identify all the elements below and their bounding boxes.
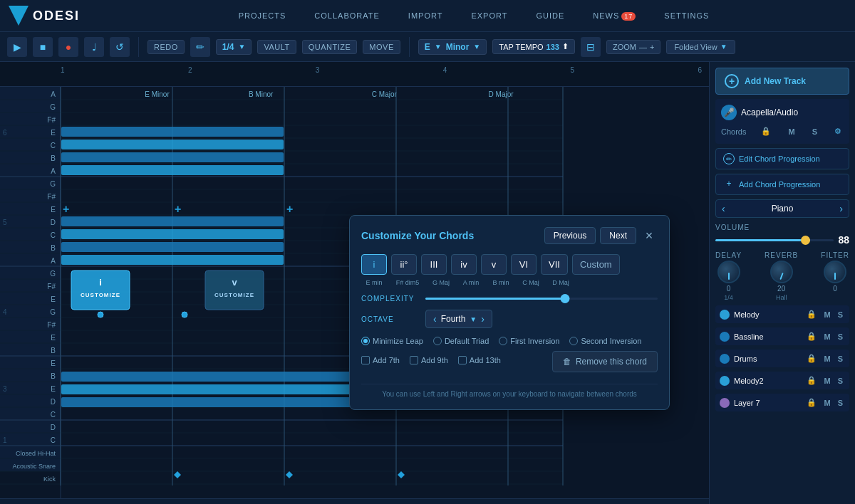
delay-knob[interactable] [717, 261, 740, 283]
reverb-knob[interactable] [770, 261, 793, 283]
audio-track-name: Acapella/Audio [741, 107, 844, 117]
filter-value: 0 [833, 285, 837, 293]
melody2-lock-icon[interactable]: 🔒 [804, 375, 819, 386]
melody2-m-btn[interactable]: M [822, 376, 832, 386]
bassline-track-dot [720, 332, 730, 342]
lock-icon[interactable]: 🔒 [759, 126, 773, 137]
add-new-track-button[interactable]: + Add New Track [715, 68, 849, 95]
melody2-s-btn[interactable]: S [836, 376, 845, 386]
radio-circle-first [499, 337, 507, 345]
instrument-selector[interactable]: ‹ Piano › [715, 199, 849, 218]
checkbox-box-13th [458, 356, 467, 364]
checkbox-add-7th[interactable]: Add 7th [361, 356, 400, 364]
nav-settings[interactable]: SETTINGS [658, 9, 715, 23]
stop-button[interactable]: ■ [33, 37, 53, 57]
previous-button[interactable]: Previous [544, 227, 596, 244]
drums-m-btn[interactable]: M [822, 354, 832, 364]
bassline-m-btn[interactable]: M [822, 332, 832, 342]
layer7-lock-icon[interactable]: 🔒 [804, 397, 819, 408]
svg-point-91 [98, 312, 103, 317]
gear-icon[interactable]: ⚙ [832, 126, 844, 137]
s-button[interactable]: S [810, 127, 819, 137]
top-nav: ODESI PROJECTS COLLABORATE IMPORT EXPORT… [0, 0, 855, 32]
tracks-canvas: 6 A G F# E C B A 6 [0, 87, 709, 498]
chord-btn-vi[interactable]: VI [511, 254, 537, 275]
next-button[interactable]: Next [600, 227, 636, 244]
octave-dropdown-arrow[interactable]: ▼ [470, 315, 477, 323]
svg-text:+: + [175, 203, 181, 215]
zoom-control[interactable]: ZOOM — + [606, 40, 660, 54]
note-value-selector[interactable]: 1/4 ▼ [216, 39, 252, 55]
radio-minimize-leap[interactable]: Minimize Leap [361, 337, 423, 345]
logo-icon [9, 6, 28, 26]
svg-text:E: E [51, 129, 56, 137]
loop-button[interactable]: ↺ [110, 37, 130, 57]
vault-button[interactable]: VAULT [257, 40, 296, 54]
drums-s-btn[interactable]: S [836, 354, 845, 364]
checkbox-add-13th[interactable]: Add 13th [458, 356, 501, 364]
remove-chord-button[interactable]: 🗑 Remove this chord [552, 351, 658, 372]
melody-s-btn[interactable]: S [836, 310, 845, 320]
chord-btn-custom[interactable]: Custom [572, 254, 620, 275]
volume-slider[interactable] [715, 239, 834, 241]
radio-default-triad[interactable]: Default Triad [433, 337, 489, 345]
radio-second-inversion[interactable]: Second Inversion [569, 337, 641, 345]
key-selector[interactable]: E ▼ Minor ▼ [418, 39, 487, 55]
svg-text:A: A [51, 90, 56, 98]
chords-label: Chords [721, 127, 746, 136]
svg-text:5: 5 [3, 219, 7, 226]
nav-news[interactable]: NEWS17 [587, 9, 641, 23]
quantize-button[interactable]: QUANTIZE [302, 40, 358, 54]
svg-text:6: 6 [3, 129, 7, 137]
bassline-lock-icon[interactable]: 🔒 [804, 331, 819, 342]
edit-chord-progression-button[interactable]: ✏ Edit Chord Progression [715, 148, 849, 169]
complexity-thumb [560, 294, 569, 303]
bottom-scrollbar[interactable] [0, 498, 709, 504]
chord-btn-iv[interactable]: iv [451, 254, 477, 275]
layer7-s-btn[interactable]: S [836, 398, 845, 408]
nav-projects[interactable]: PROJECTS [233, 9, 292, 23]
chord-btn-vii[interactable]: VII [541, 254, 568, 275]
acapella-audio-section: 🎤 Acapella/Audio Chords 🔒 M S ⚙ [715, 99, 849, 144]
record-button[interactable]: ● [58, 37, 78, 57]
complexity-label: COMPLEXITY [361, 295, 418, 303]
add-chord-progression-button[interactable]: + Add Chord Progression [715, 174, 849, 195]
delay-control: DELAY 0 1/4 [715, 251, 742, 301]
radio-first-inversion[interactable]: First Inversion [499, 337, 559, 345]
octave-left-arrow[interactable]: ‹ [433, 313, 437, 325]
mixer-button[interactable]: ⊟ [581, 37, 601, 57]
move-button[interactable]: MOVE [363, 40, 400, 54]
checkbox-label-7th: Add 7th [373, 356, 400, 364]
chord-btn-i[interactable]: i [361, 254, 387, 275]
drums-lock-icon[interactable]: 🔒 [804, 353, 819, 364]
redo-button[interactable]: REDO [147, 40, 185, 54]
melody-lock-icon[interactable]: 🔒 [804, 309, 819, 320]
modal-close-button[interactable]: × [641, 227, 658, 244]
metronome-button[interactable]: ♩ [84, 37, 104, 57]
folded-view-selector[interactable]: Folded View ▼ [666, 40, 735, 54]
checkbox-add-9th[interactable]: Add 9th [410, 356, 448, 364]
m-button[interactable]: M [786, 127, 797, 137]
complexity-slider[interactable] [425, 298, 658, 300]
octave-right-arrow[interactable]: › [481, 313, 484, 325]
melody-m-btn[interactable]: M [822, 310, 832, 320]
chord-btn-ii[interactable]: ii° [391, 254, 417, 275]
octave-selector[interactable]: ‹ Fourth ▼ › [425, 310, 492, 328]
nav-collaborate[interactable]: COLLABORATE [309, 9, 385, 23]
nav-export[interactable]: EXPORT [465, 9, 513, 23]
svg-text:Closed Hi-Hat: Closed Hi-Hat [16, 450, 56, 457]
instrument-next-chevron[interactable]: › [839, 203, 843, 214]
filter-knob[interactable] [824, 261, 846, 283]
play-button[interactable]: ▶ [7, 37, 27, 57]
nav-guide[interactable]: GUIDE [530, 9, 570, 23]
layer7-m-btn[interactable]: M [822, 398, 832, 408]
chord-btn-v[interactable]: v [481, 254, 507, 275]
pencil-button[interactable]: ✏ [190, 37, 210, 57]
nav-import[interactable]: IMPORT [403, 9, 449, 23]
modal-footer-text: You can use Left and Right arrows on you… [361, 384, 658, 398]
chord-btn-iii[interactable]: III [421, 254, 447, 275]
svg-marker-100 [174, 471, 181, 478]
modal-header: Customize Your Chords Previous Next × [361, 227, 658, 244]
tap-tempo-button[interactable]: TAP TEMPO 133 ⬆ [492, 39, 575, 54]
bassline-s-btn[interactable]: S [836, 332, 845, 342]
